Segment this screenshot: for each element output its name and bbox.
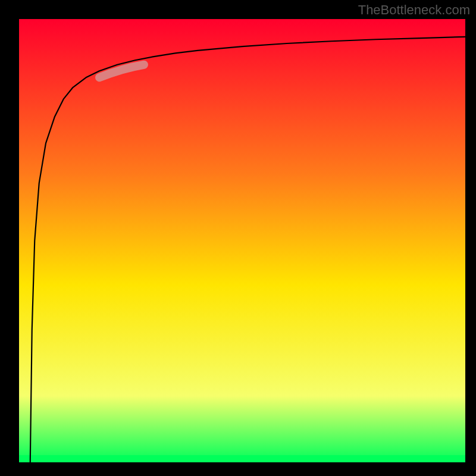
bottleneck-chart bbox=[0, 0, 476, 476]
chart-stage: TheBottleneck.com bbox=[0, 0, 476, 476]
watermark-text: TheBottleneck.com bbox=[358, 2, 470, 18]
plot-area bbox=[19, 19, 465, 462]
green-baseline-strip bbox=[19, 455, 465, 462]
